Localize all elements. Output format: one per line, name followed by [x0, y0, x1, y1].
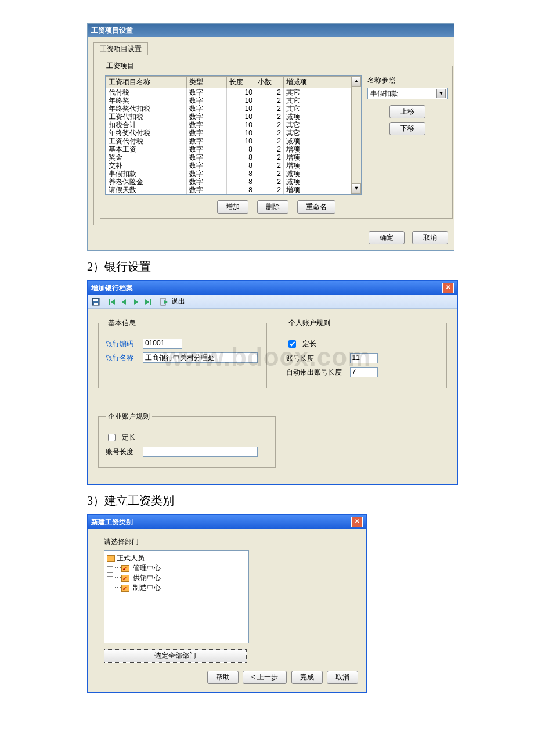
name-ref-label: 名称参照 — [367, 75, 448, 85]
prev-record-icon[interactable] — [120, 297, 129, 307]
cell-incdec: 减项 — [284, 170, 361, 178]
cell-decimal: 2 — [255, 129, 284, 137]
tab-salary-items[interactable]: 工资项目设置 — [93, 42, 148, 55]
cell-length: 10 — [227, 88, 255, 97]
table-row[interactable]: 年终奖代付税数字102其它 — [106, 129, 361, 137]
cell-name: 年终奖代付税 — [106, 129, 187, 137]
table-row[interactable]: 奖金数字82增项 — [106, 153, 361, 161]
svg-rect-2 — [94, 303, 98, 305]
tree-root[interactable]: 正式人员 — [117, 554, 145, 562]
cell-name: 交补 — [106, 161, 187, 170]
col-decimal[interactable]: 小数 — [255, 77, 284, 88]
move-down-button[interactable]: 下移 — [389, 122, 425, 135]
corp-fixed-checkbox[interactable] — [108, 434, 116, 441]
exit-icon[interactable] — [160, 297, 169, 307]
cell-name: 工资代付税 — [106, 137, 187, 145]
table-row[interactable]: 养老保险金数字82减项 — [106, 178, 361, 186]
cell-length: 10 — [227, 137, 255, 145]
last-record-icon[interactable] — [143, 297, 152, 307]
rename-button[interactable]: 重命名 — [297, 200, 335, 214]
salary-items-grid[interactable]: 工资项目名称 类型 长度 小数 增减项 代付税数字102其它年终奖数字102其它… — [105, 75, 362, 195]
table-row[interactable]: 工资代付税数字102减项 — [106, 137, 361, 145]
corp-acctlen-input[interactable] — [143, 447, 258, 457]
cell-incdec: 减项 — [284, 178, 361, 186]
personal-rule-legend: 个人账户规则 — [286, 318, 333, 328]
cell-name: 奖金 — [106, 153, 187, 161]
bank-code-input[interactable]: 01001 — [143, 339, 182, 349]
cell-name: 事假扣款 — [106, 170, 187, 178]
table-row[interactable]: 年终奖数字102其它 — [106, 96, 361, 105]
cell-incdec: 其它 — [284, 105, 361, 113]
expand-icon[interactable]: + — [107, 586, 113, 592]
bank-code-label: 银行编码 — [106, 339, 138, 349]
finish-button[interactable]: 完成 — [291, 671, 323, 684]
section-heading-bank: 2）银行设置 — [87, 259, 505, 275]
table-row[interactable]: 扣税合计数字102其它 — [106, 121, 361, 129]
close-icon[interactable]: ✕ — [442, 283, 454, 293]
svg-marker-5 — [122, 299, 126, 305]
cell-type: 数字 — [187, 96, 227, 105]
name-ref-combo[interactable]: 事假扣款 ▾ — [367, 88, 448, 99]
grid-scrollbar[interactable]: ▲ ▼ — [351, 76, 361, 194]
chevron-down-icon[interactable]: ▾ — [436, 89, 446, 98]
move-up-button[interactable]: 上移 — [389, 105, 425, 118]
tree-item[interactable]: +⋯ 供销中心 — [107, 573, 246, 583]
salary-item-dialog: 工资项目设置 工资项目设置 工资项目 工资项目名称 类型 长度 小数 — [87, 23, 454, 251]
table-row[interactable]: 请假天数数字82增项 — [106, 186, 361, 194]
col-name[interactable]: 工资项目名称 — [106, 77, 187, 88]
col-length[interactable]: 长度 — [227, 77, 255, 88]
delete-button[interactable]: 删除 — [257, 200, 288, 214]
acct-length-label: 账号长度 — [286, 354, 345, 363]
cell-length: 8 — [227, 170, 255, 178]
cancel-button[interactable]: 取消 — [412, 231, 448, 244]
cell-decimal: 2 — [255, 186, 284, 194]
table-row[interactable]: 工资代扣税数字102减项 — [106, 113, 361, 121]
expand-icon[interactable]: + — [107, 576, 113, 582]
personal-fixed-checkbox[interactable] — [288, 340, 296, 348]
corp-acctlen-label: 账号长度 — [106, 447, 138, 457]
bank-name-input[interactable]: 工商银行中关村分理处 — [143, 352, 258, 363]
add-button[interactable]: 增加 — [217, 200, 248, 214]
dialog-title: 增加银行档案 — [91, 283, 133, 293]
table-row[interactable]: 年终奖代扣税数字102其它 — [106, 105, 361, 113]
svg-rect-8 — [150, 299, 151, 305]
expand-icon[interactable]: + — [107, 566, 113, 573]
department-tree[interactable]: 正式人员 +⋯ 管理中心+⋯ 供销中心+⋯ 制造中心 — [104, 550, 249, 643]
bank-add-dialog: 增加银行档案 ✕ 退出 基本信息 银行编码 01001 银行名称 工商银行中关村… — [87, 280, 458, 485]
scroll-down-icon[interactable]: ▼ — [352, 183, 361, 194]
cell-incdec: 其它 — [284, 96, 361, 105]
acct-length-input[interactable]: 11 — [350, 353, 378, 363]
cell-length: 10 — [227, 121, 255, 129]
save-icon[interactable] — [91, 297, 100, 307]
col-type[interactable]: 类型 — [187, 77, 227, 88]
next-record-icon[interactable] — [131, 297, 140, 307]
tree-item[interactable]: +⋯ 制造中心 — [107, 583, 246, 593]
cell-decimal: 2 — [255, 105, 284, 113]
cell-type: 数字 — [187, 129, 227, 137]
dept-prompt: 请选择部门 — [96, 537, 358, 550]
select-all-button[interactable]: 选定全部部门 — [104, 649, 247, 663]
col-incdec[interactable]: 增减项 — [284, 77, 361, 88]
cell-incdec: 增项 — [284, 145, 361, 153]
svg-marker-7 — [145, 299, 149, 305]
help-button[interactable]: 帮助 — [207, 671, 239, 684]
exit-label[interactable]: 退出 — [171, 297, 185, 307]
table-row[interactable]: 事假扣款数字82减项 — [106, 170, 361, 178]
cell-name: 扣税合计 — [106, 121, 187, 129]
close-icon[interactable]: ✕ — [351, 517, 363, 527]
table-row[interactable]: 交补数字82增项 — [106, 161, 361, 170]
table-row[interactable]: 基本工资数字82增项 — [106, 145, 361, 153]
prev-button[interactable]: < 上一步 — [243, 671, 287, 684]
basic-info-legend: 基本信息 — [106, 318, 138, 328]
cancel-button[interactable]: 取消 — [327, 671, 358, 684]
ok-button[interactable]: 确定 — [369, 231, 405, 244]
auto-length-input[interactable]: 7 — [350, 367, 378, 377]
scroll-up-icon[interactable]: ▲ — [352, 76, 361, 87]
cell-incdec: 增项 — [284, 153, 361, 161]
first-record-icon[interactable] — [108, 297, 117, 307]
cell-decimal: 2 — [255, 145, 284, 153]
auto-length-label: 自动带出账号长度 — [286, 368, 345, 377]
table-row[interactable]: 代付税数字102其它 — [106, 88, 361, 97]
tree-item[interactable]: +⋯ 管理中心 — [107, 563, 246, 573]
cell-length: 8 — [227, 161, 255, 170]
